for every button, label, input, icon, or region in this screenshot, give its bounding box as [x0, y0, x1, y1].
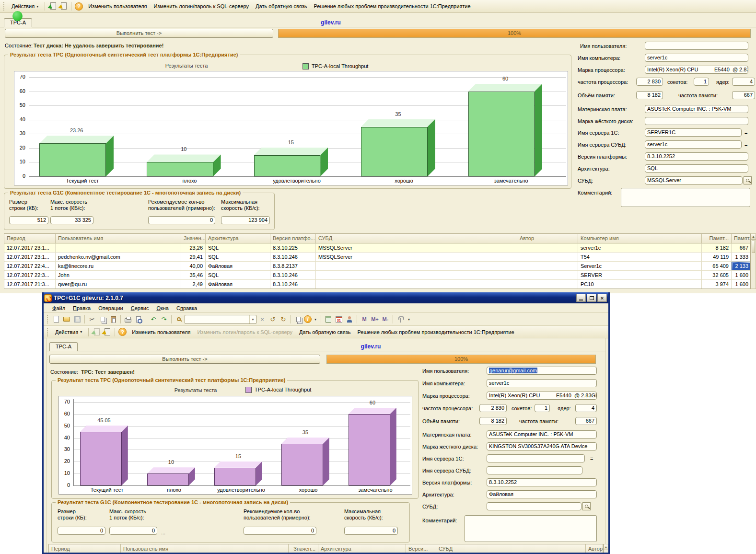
- actions-menu-button[interactable]: Действия ▾: [9, 2, 41, 10]
- window-copy-icon[interactable]: [293, 315, 303, 324]
- action-item-0[interactable]: Изменить пользователя: [128, 329, 194, 335]
- max-total-speed-field[interactable]: 0: [344, 527, 398, 535]
- tab-tpc-a[interactable]: TPC-A: [49, 342, 78, 351]
- table-cell[interactable]: Файловая: [206, 262, 270, 271]
- dbms-field[interactable]: MSSQLServer: [645, 176, 743, 185]
- comment-textarea[interactable]: [621, 188, 750, 207]
- table-cell[interactable]: 23,26: [181, 243, 206, 253]
- info-dropdown-icon[interactable]: ▾: [313, 315, 318, 324]
- table-scrollbar[interactable]: ▲: [751, 233, 756, 289]
- table-row[interactable]: 12.07.2017 23:1...23,26SQL8.3.10.225MSSQ…: [4, 243, 750, 253]
- table-cell[interactable]: 2 133: [732, 262, 751, 271]
- recommended-users-field[interactable]: 0: [148, 216, 215, 224]
- menu-item-2[interactable]: Операции: [94, 304, 127, 312]
- menu-item-5[interactable]: Справка: [173, 304, 201, 312]
- table-cell[interactable]: MSSQLServer: [316, 243, 517, 253]
- table-cell[interactable]: [316, 262, 517, 271]
- table-cell[interactable]: 32 605: [702, 271, 732, 280]
- row-size-field[interactable]: 0: [58, 527, 105, 535]
- max-speed-field[interactable]: 0: [109, 527, 157, 535]
- open-file-icon[interactable]: [62, 315, 71, 324]
- find-next-icon[interactable]: ↻: [279, 315, 288, 324]
- computer-name-field[interactable]: server1c: [645, 54, 748, 62]
- table-cell[interactable]: 12.07.2017 22:3...: [4, 271, 56, 280]
- table-cell[interactable]: 8.3.10.225: [270, 243, 316, 253]
- scroll-up-icon[interactable]: ▲: [751, 234, 756, 240]
- table-cell[interactable]: Файловая: [206, 280, 270, 289]
- calendar-icon[interactable]: 31: [334, 315, 344, 324]
- table-cell[interactable]: SQL: [206, 271, 270, 280]
- settings-dropdown-icon[interactable]: ▾: [406, 315, 412, 324]
- search-combo[interactable]: ▾: [185, 315, 256, 324]
- table-row[interactable]: 12.07.2017 21:3...qwer@qu.ru2,49Файловая…: [4, 280, 750, 289]
- calculator-icon[interactable]: [324, 315, 333, 324]
- architecture-field[interactable]: SQL: [645, 164, 748, 173]
- column-header[interactable]: Значен...: [181, 234, 206, 243]
- table-cell[interactable]: [517, 253, 578, 262]
- table-cell[interactable]: ka@linecore.ru: [56, 262, 181, 271]
- column-header[interactable]: СУБД: [436, 544, 586, 554]
- cores-field[interactable]: 4: [575, 404, 597, 412]
- table-cell[interactable]: 12.07.2017 21:3...: [4, 280, 56, 289]
- menu-item-3[interactable]: Сервис: [127, 304, 153, 312]
- table-row[interactable]: 12.07.2017 22:3...John35,46SQL8.3.10.246…: [4, 271, 750, 280]
- column-header[interactable]: Версия платфо...: [270, 234, 316, 243]
- table-cell[interactable]: 29,41: [181, 253, 206, 262]
- architecture-field[interactable]: Файловая: [487, 490, 597, 498]
- copy-icon[interactable]: [98, 315, 107, 324]
- platform-version-field[interactable]: 8.3.10.2252: [487, 478, 597, 486]
- cores-field[interactable]: 4: [732, 78, 755, 86]
- toolbar-grip[interactable]: [47, 328, 49, 336]
- scroll-up-icon[interactable]: ▲: [604, 544, 608, 550]
- table-cell[interactable]: 8.3.8.2137: [270, 262, 316, 271]
- table-cell[interactable]: qwer@qu.ru: [56, 280, 181, 289]
- menu-item-1[interactable]: Правка: [69, 304, 94, 312]
- chevron-down-icon[interactable]: ▾: [249, 315, 256, 323]
- table-cell[interactable]: [316, 280, 517, 289]
- table-cell[interactable]: Server1c: [578, 262, 702, 271]
- action-item-2[interactable]: Дать обратную связь: [296, 329, 354, 335]
- column-header[interactable]: Верси...: [406, 544, 436, 554]
- cut-icon[interactable]: ✂: [87, 315, 97, 324]
- table-cell[interactable]: [517, 262, 578, 271]
- table-cell[interactable]: 8 182: [702, 243, 732, 253]
- table-cell[interactable]: 1 600: [732, 280, 751, 289]
- memory-frequency-field[interactable]: 667: [575, 417, 597, 425]
- m-minus-icon[interactable]: M-: [381, 315, 390, 324]
- table-cell[interactable]: 12.07.2017 22:4...: [4, 262, 56, 271]
- table-cell[interactable]: 40,00: [181, 262, 206, 271]
- table-cell[interactable]: pedchenko.nv@gmail.com: [56, 253, 181, 262]
- find-previous-icon[interactable]: ↺: [268, 315, 278, 324]
- dbms-server-name-field[interactable]: [487, 466, 582, 474]
- table-cell[interactable]: PC10: [578, 280, 702, 289]
- table-scrollbar[interactable]: ▲: [604, 544, 608, 554]
- user-name-field[interactable]: [645, 42, 748, 50]
- server1c-name-field[interactable]: [487, 454, 585, 462]
- table-cell[interactable]: 2,49: [181, 280, 206, 289]
- table-cell[interactable]: 8.3.10.246: [270, 253, 316, 262]
- clear-search-icon[interactable]: ×: [257, 315, 267, 324]
- print-preview-icon[interactable]: [134, 315, 143, 324]
- action-item-0[interactable]: Изменить пользователя: [85, 3, 150, 9]
- computer-name-field[interactable]: server1c: [487, 379, 597, 387]
- change-login-icon[interactable]: [59, 2, 68, 11]
- table-cell[interactable]: SQL: [206, 253, 270, 262]
- column-header[interactable]: Автор: [586, 544, 603, 554]
- scrollbar-thumb[interactable]: [752, 241, 755, 253]
- table-cell[interactable]: 1 333: [732, 253, 751, 262]
- table-cell[interactable]: 1 600: [732, 271, 751, 280]
- sockets-field[interactable]: 1: [694, 78, 709, 86]
- help-icon[interactable]: ?: [118, 328, 127, 336]
- table-cell[interactable]: 8.3.10.246: [270, 271, 316, 280]
- help-icon[interactable]: ?: [75, 2, 83, 11]
- info-icon[interactable]: i: [304, 315, 312, 323]
- actions-menu-button[interactable]: Действия ▾: [52, 328, 85, 336]
- memory-frequency-field[interactable]: 667: [732, 91, 755, 99]
- table-cell[interactable]: [517, 243, 578, 253]
- action-item-1[interactable]: Изменить логин/пароль к SQL-серверу: [151, 3, 253, 9]
- action-item-3[interactable]: Решение любых проблем производительности…: [311, 3, 474, 9]
- column-header[interactable]: Компьютер имя: [578, 234, 702, 243]
- action-item-2[interactable]: Дать обратную связь: [252, 3, 310, 9]
- user-permissions-icon[interactable]: [345, 315, 354, 324]
- row-size-field[interactable]: 512: [9, 216, 48, 224]
